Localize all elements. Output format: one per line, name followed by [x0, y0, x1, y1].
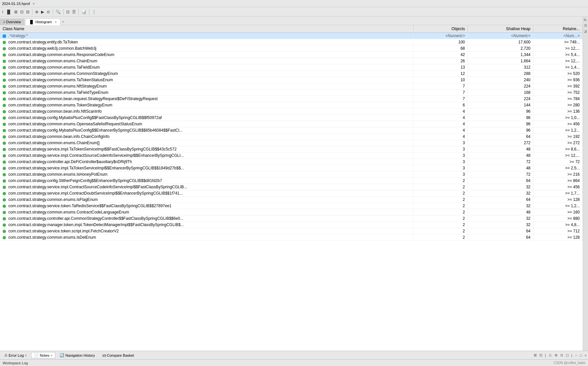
- tab-comparebasket[interactable]: 🗃 Compare Basket: [99, 352, 137, 358]
- row-classname[interactable]: com.contract.strategy.common.enums.IsFla…: [0, 197, 413, 203]
- row-classname[interactable]: com.contract.strategy.service.token.TaRe…: [0, 203, 413, 209]
- right-panel-p[interactable]: P: [583, 17, 588, 22]
- toolbar-more-button[interactable]: ⋮: [91, 9, 97, 15]
- toolbar-view-button[interactable]: ☰: [71, 9, 77, 15]
- table-row[interactable]: com.contract.strategy.config.MybatisPlus…: [0, 115, 583, 121]
- table-row[interactable]: com.contract.strategy.common.enums.Contr…: [0, 209, 583, 215]
- table-row[interactable]: com.contract.strategy.common.enums.TaTok…: [0, 77, 583, 83]
- table-row[interactable]: com.contract.strategy.common.enums.Commo…: [0, 71, 583, 77]
- row-classname[interactable]: com.contract.strategy.common.enums.IsDel…: [0, 234, 413, 241]
- row-classname[interactable]: com.contract.strategy.common.enums.Chain…: [0, 140, 413, 146]
- toolbar-leak-suspects-button[interactable]: ⊟: [25, 9, 30, 15]
- errorlog-close[interactable]: ×: [25, 353, 27, 357]
- status-icon-2[interactable]: ⊡: [539, 353, 542, 357]
- notes-close[interactable]: ×: [50, 353, 52, 357]
- table-row[interactable]: com.contract.strategy.service.impl.TaTok…: [0, 165, 583, 171]
- toolbar-oql-button[interactable]: ⊛: [34, 9, 39, 15]
- row-classname[interactable]: com.contract.strategy.common.bean.info.C…: [0, 134, 413, 140]
- row-classname[interactable]: com.contract.strategy.service.impl.Contr…: [0, 184, 413, 190]
- row-classname[interactable]: com.contract.strategy.common.enums.NftSt…: [0, 83, 413, 90]
- table-row[interactable]: com.contract.strategy.service.token.scri…: [0, 228, 583, 234]
- table-row[interactable]: com.contract.strategy.common.bean.info.C…: [0, 134, 583, 140]
- toolbar-search-button[interactable]: 🔍: [55, 9, 62, 15]
- table-row[interactable]: com.contract.strategy.controller.api.Com…: [0, 215, 583, 222]
- table-row[interactable]: com.contract.strategy.service.impl.TaTok…: [0, 146, 583, 152]
- table-row[interactable]: com.contract.strategy.entity.db.TaToken …: [0, 39, 583, 45]
- row-classname[interactable]: com.contract.strategy.common.enums.TaFie…: [0, 64, 413, 71]
- tab-histogram[interactable]: ▐▌ Histogram ×: [25, 19, 60, 25]
- row-classname[interactable]: com.contract.strategy.common.enums.TaTok…: [0, 77, 413, 83]
- table-row[interactable]: com.contract.strategy.common.enums.Token…: [0, 102, 583, 108]
- row-classname[interactable]: com.contract.strategy.config.MybatisPlus…: [0, 115, 413, 121]
- row-classname[interactable]: com.contract.strategy.common.enums.Commo…: [0, 71, 413, 77]
- tab-navhistory[interactable]: 🔄 Navigation History: [57, 352, 98, 358]
- toolbar-export-button[interactable]: ⊡: [65, 9, 71, 15]
- row-classname[interactable]: com.contract.strategy.config.MybatisPlus…: [0, 127, 413, 134]
- toolbar-run-button[interactable]: ▶: [40, 9, 45, 15]
- col-objects[interactable]: Objects: [413, 25, 468, 33]
- right-panel-icon[interactable]: ⊡: [583, 23, 588, 28]
- row-classname[interactable]: com.contract.strategy.service.impl.Contr…: [0, 190, 413, 197]
- row-classname[interactable]: com.contract.strategy.common.enums.Chain…: [0, 58, 413, 64]
- row-classname[interactable]: com.contract.strategy.common.enums.Respo…: [0, 52, 413, 58]
- row-classname[interactable]: com.contract.strategy.controller.api.Com…: [0, 215, 413, 222]
- filter-row[interactable]: .*strategy.* <Numeric> <Numeric> <Num...…: [0, 33, 583, 39]
- table-row[interactable]: com.contract.strategy.service.token.TaRe…: [0, 203, 583, 209]
- table-row[interactable]: com.contract.strategy.common.enums.NftSt…: [0, 83, 583, 90]
- row-classname[interactable]: com.contract.strategy.entity.db.TaToken: [0, 39, 413, 45]
- status-icon-1[interactable]: ⊞: [534, 353, 537, 357]
- table-row[interactable]: com.contract.strategy.common.enums.Chain…: [0, 140, 583, 146]
- table-row[interactable]: com.contract.strategy.common.enums.IsDel…: [0, 234, 583, 241]
- table-row[interactable]: com.contract.strategy.common.bean.info.N…: [0, 108, 583, 115]
- col-shallowheap[interactable]: Shallow Heap: [468, 25, 533, 33]
- right-panel-tu[interactable]: tu: [583, 29, 588, 34]
- table-row[interactable]: com.contract.strategy.service.impl.Contr…: [0, 152, 583, 159]
- table-row[interactable]: com.contract.strategy.common.enums.Chain…: [0, 58, 583, 64]
- table-row[interactable]: com.contract.strategy.config.MybatisPlus…: [0, 127, 583, 134]
- row-classname[interactable]: com.contract.strategy.service.impl.Contr…: [0, 152, 413, 159]
- col-classname[interactable]: Class Name: [0, 25, 413, 33]
- table-row[interactable]: com.contract.strategy.common.enums.IsHon…: [0, 171, 583, 178]
- table-row[interactable]: com.contract.strategy.web3j.common.Batch…: [0, 45, 583, 52]
- table-row[interactable]: com.contract.strategy.common.enums.Respo…: [0, 52, 583, 58]
- row-classname[interactable]: com.contract.strategy.common.bean.reques…: [0, 96, 413, 102]
- table-row[interactable]: com.contract.strategy.config.SlitherFeig…: [0, 178, 583, 184]
- row-classname[interactable]: com.contract.strategy.service.token.scri…: [0, 228, 413, 234]
- col-retainedheap[interactable]: Retaine...: [533, 25, 583, 33]
- row-classname[interactable]: com.contract.strategy.common.enums.Contr…: [0, 209, 413, 215]
- table-row[interactable]: com.contract.strategy.common.bean.reques…: [0, 96, 583, 102]
- status-icon-warning[interactable]: ⚠: [549, 353, 552, 357]
- row-classname[interactable]: com.contract.strategy.service.impl.TaTok…: [0, 165, 413, 171]
- row-classname[interactable]: com.contract.strategy.common.enums.Opens…: [0, 121, 413, 127]
- tab-overview[interactable]: i Overview: [0, 19, 24, 25]
- filter-classname[interactable]: .*strategy.*: [0, 33, 413, 39]
- toolbar-stop-button[interactable]: ⊙: [46, 9, 51, 15]
- row-classname[interactable]: com.contract.strategy.common.enums.IsHon…: [0, 171, 413, 178]
- row-classname[interactable]: com.contract.strategy.service.impl.TaTok…: [0, 146, 413, 152]
- table-row[interactable]: com.contract.strategy.common.enums.IsFla…: [0, 197, 583, 203]
- tab-notes[interactable]: 📄 Notes ×: [31, 352, 55, 358]
- table-row[interactable]: com.contract.strategy.service.impl.Contr…: [0, 190, 583, 197]
- row-classname[interactable]: com.contract.strategy.common.enums.Token…: [0, 102, 413, 108]
- status-close[interactable]: ×: [585, 353, 587, 357]
- table-row[interactable]: com.contract.strategy.manager.token.impl…: [0, 222, 583, 228]
- status-icon-3[interactable]: ⊛: [555, 353, 558, 357]
- tab-dropdown-arrow[interactable]: ▾: [62, 20, 64, 24]
- toolbar-histogram-button[interactable]: ▐▌: [5, 9, 13, 15]
- toolbar-top-consumers-button[interactable]: ⊡: [19, 9, 24, 15]
- row-classname[interactable]: com.contract.strategy.controller.api.DeF…: [0, 159, 413, 165]
- table-row[interactable]: com.contract.strategy.service.impl.Contr…: [0, 184, 583, 190]
- row-classname[interactable]: com.contract.strategy.config.SlitherFeig…: [0, 178, 413, 184]
- status-icon-4[interactable]: ⊙: [560, 353, 563, 357]
- tab-histogram-close[interactable]: ×: [55, 20, 57, 24]
- tab-errorlog[interactable]: ⚠ Error Log ×: [1, 352, 30, 358]
- table-row[interactable]: com.contract.strategy.common.enums.TaFie…: [0, 64, 583, 71]
- row-classname[interactable]: com.contract.strategy.manager.token.impl…: [0, 222, 413, 228]
- title-close-button[interactable]: ×: [32, 2, 34, 6]
- table-row[interactable]: com.contract.strategy.common.enums.TaFie…: [0, 90, 583, 96]
- table-row[interactable]: com.contract.strategy.common.enums.Opens…: [0, 121, 583, 127]
- status-maximize[interactable]: □: [580, 353, 582, 357]
- toolbar-chart-button[interactable]: 📊: [80, 9, 87, 15]
- histogram-table-container[interactable]: Class Name Objects Shallow Heap Retaine.…: [0, 25, 583, 351]
- toolbar-info-button[interactable]: i: [1, 9, 4, 15]
